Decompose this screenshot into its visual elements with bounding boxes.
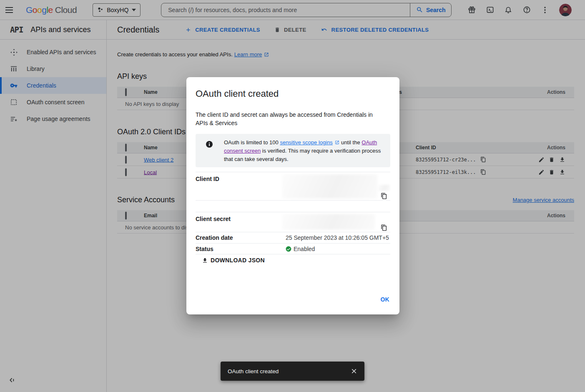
verification-notice: OAuth is limited to 100 sensitive scope … — [196, 134, 390, 167]
client-secret-label: Client secret — [196, 216, 231, 222]
creation-date-row: Creation date 25 September 2023 at 10:26… — [196, 232, 390, 243]
redacted-client-id-fragment — [378, 185, 390, 191]
status-value: Enabled — [294, 246, 315, 252]
client-details: Client ID Client secret Creation date 25… — [196, 172, 390, 254]
copy-icon[interactable] — [381, 193, 387, 199]
snackbar: OAuth client created — [221, 362, 364, 381]
status-row: Status Enabled — [196, 243, 390, 254]
redacted-client-secret — [282, 214, 375, 230]
spacer-row — [196, 200, 390, 212]
dialog-subtitle: The client ID and secret can always be a… — [196, 111, 381, 127]
download-json-label: DOWNLOAD JSON — [211, 257, 265, 264]
oauth-client-created-dialog: OAuth client created The client ID and s… — [186, 77, 399, 314]
notice-mid: until the — [340, 139, 362, 146]
client-secret-row: Client secret — [196, 212, 390, 232]
creation-date-label: Creation date — [196, 234, 233, 241]
creation-date-value: 25 September 2023 at 10:26:05 GMT+5 — [286, 234, 389, 241]
copy-icon[interactable] — [381, 224, 387, 231]
snackbar-message: OAuth client created — [228, 368, 350, 374]
close-icon[interactable] — [350, 367, 358, 375]
ok-button[interactable]: OK — [380, 296, 389, 303]
redacted-client-id — [282, 174, 377, 199]
external-link-icon — [335, 140, 339, 145]
notice-pre: OAuth is limited to 100 — [224, 139, 280, 146]
notice-text: OAuth is limited to 100 sensitive scope … — [224, 138, 391, 163]
client-id-row: Client ID — [196, 172, 390, 200]
status-check-icon — [286, 246, 291, 252]
client-id-label: Client ID — [196, 176, 219, 182]
dialog-title: OAuth client created — [196, 88, 279, 99]
download-json-button[interactable]: DOWNLOAD JSON — [202, 257, 265, 264]
download-icon — [202, 257, 208, 264]
sensitive-scope-logins-link[interactable]: sensitive scope logins — [280, 139, 332, 146]
status-label: Status — [196, 246, 213, 252]
info-icon — [206, 141, 213, 148]
